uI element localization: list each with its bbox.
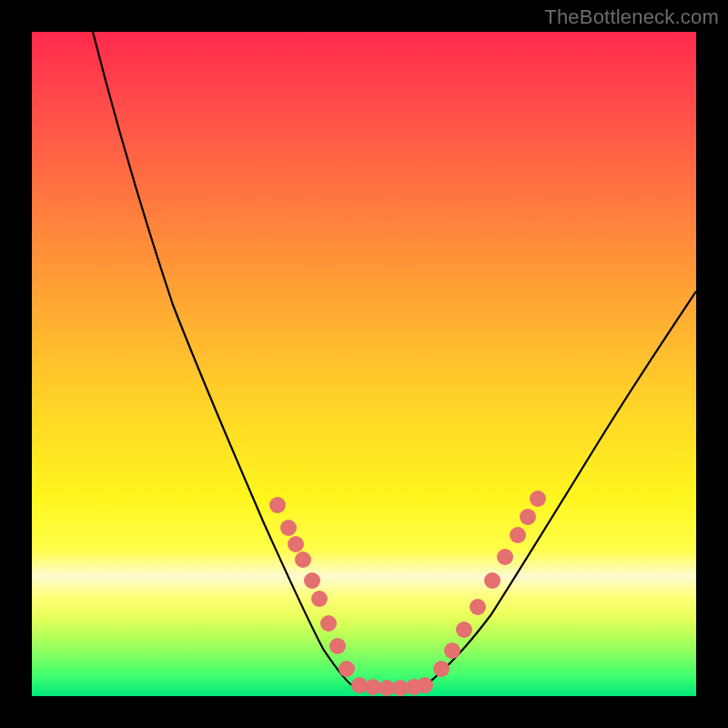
marker-dot bbox=[320, 615, 337, 632]
marker-dot bbox=[520, 509, 536, 525]
plot-area bbox=[32, 32, 696, 696]
marker-dot bbox=[339, 661, 355, 677]
marker-dot bbox=[295, 551, 311, 568]
marker-dot bbox=[311, 591, 328, 607]
marker-dot bbox=[433, 661, 450, 677]
marker-dot bbox=[510, 527, 526, 543]
marker-dot bbox=[417, 677, 433, 693]
chart-svg bbox=[32, 32, 696, 696]
marker-dot bbox=[304, 572, 320, 589]
marker-dot bbox=[484, 572, 500, 589]
marker-dot bbox=[470, 599, 486, 615]
outer-frame: TheBottleneck.com bbox=[0, 0, 728, 728]
marker-dot bbox=[444, 642, 460, 659]
marker-dot bbox=[530, 490, 546, 507]
marker-dot bbox=[288, 536, 304, 552]
curve-left bbox=[93, 32, 355, 687]
marker-dot bbox=[456, 622, 472, 638]
marker-dot bbox=[280, 520, 297, 536]
watermark-text: TheBottleneck.com bbox=[544, 5, 719, 29]
marker-dot bbox=[329, 638, 346, 654]
marker-dot bbox=[269, 497, 286, 513]
marker-dot bbox=[497, 549, 513, 565]
